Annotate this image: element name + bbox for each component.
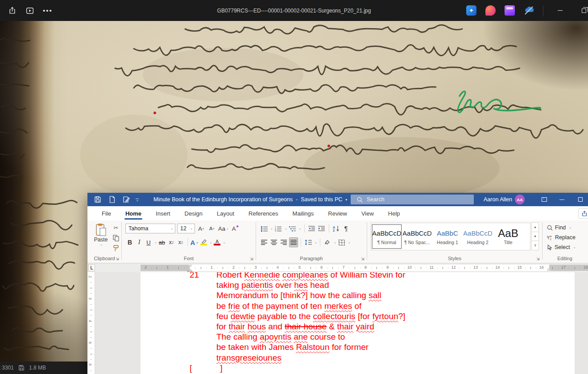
save-as-icon[interactable] bbox=[121, 195, 131, 204]
designer-icon[interactable] bbox=[485, 5, 496, 16]
format-painter-icon[interactable] bbox=[112, 244, 120, 253]
transcription-line[interactable]: The calling apoyntis ane course to bbox=[190, 332, 406, 342]
photos-restore-button[interactable] bbox=[576, 4, 588, 17]
strikethrough-button[interactable]: ab bbox=[157, 237, 166, 247]
clipchamp-icon[interactable] bbox=[505, 5, 515, 16]
document-page[interactable]: 21Robert Kennedie compleanes of William … bbox=[141, 272, 575, 374]
increase-indent-icon[interactable] bbox=[317, 224, 326, 233]
tab-stop-selector[interactable]: L bbox=[88, 264, 95, 271]
slideshow-icon[interactable] bbox=[24, 5, 36, 17]
clipboard-dialog-launcher[interactable]: ⇲ bbox=[115, 256, 120, 262]
search-input[interactable] bbox=[367, 196, 456, 203]
onedrive-paused-icon[interactable] bbox=[524, 5, 534, 16]
tab-home[interactable]: Home bbox=[118, 206, 149, 220]
find-button[interactable]: Find⌄ bbox=[547, 223, 576, 232]
transcription-line[interactable]: be frie of the payment of ten merkes of bbox=[190, 301, 406, 311]
pilcrow-icon[interactable]: ¶ bbox=[342, 224, 351, 233]
paste-icon bbox=[95, 223, 107, 237]
paste-button[interactable]: Paste ⌄ bbox=[91, 223, 111, 253]
word-minimize-button[interactable] bbox=[554, 193, 569, 206]
change-case-button[interactable]: Aa⌄ bbox=[218, 224, 229, 233]
more-options-icon[interactable]: ••• bbox=[42, 5, 54, 17]
replace-button[interactable]: bc Replace bbox=[547, 233, 576, 242]
style-title[interactable]: AaBTitle bbox=[493, 224, 523, 249]
borders-icon[interactable] bbox=[337, 237, 346, 247]
right-indent-marker[interactable] bbox=[547, 268, 551, 271]
bullets-icon[interactable] bbox=[260, 224, 269, 233]
styles-scroll-up-icon[interactable]: ▲ bbox=[531, 222, 539, 232]
tab-view[interactable]: View bbox=[354, 206, 381, 220]
save-icon[interactable] bbox=[93, 195, 103, 204]
tab-help[interactable]: Help bbox=[381, 206, 407, 220]
tab-review[interactable]: Review bbox=[321, 206, 354, 220]
document-text[interactable]: 21Robert Kennedie compleanes of William … bbox=[190, 272, 406, 373]
align-right-icon[interactable] bbox=[279, 237, 288, 247]
style-nospac[interactable]: AaBbCcD¶ No Spac... bbox=[402, 224, 432, 249]
styles-more-icon[interactable]: ⊽ bbox=[531, 241, 539, 250]
select-button[interactable]: Select⌄ bbox=[547, 243, 576, 252]
tab-file[interactable]: File bbox=[95, 206, 118, 220]
font-name-combo[interactable]: Tahoma⌄ bbox=[125, 224, 175, 233]
styles-scroll-down-icon[interactable]: ▼ bbox=[531, 232, 539, 241]
style-normal[interactable]: AaBbCcD¶ Normal bbox=[372, 224, 402, 249]
clear-formatting-button[interactable]: A bbox=[231, 224, 240, 233]
justify-icon[interactable] bbox=[289, 237, 298, 247]
shading-icon[interactable] bbox=[323, 237, 332, 247]
tab-references[interactable]: References bbox=[241, 206, 285, 220]
tab-mailings[interactable]: Mailings bbox=[286, 206, 321, 220]
word-maximize-button[interactable] bbox=[573, 193, 588, 206]
first-line-indent-marker[interactable] bbox=[188, 265, 192, 267]
user-avatar[interactable]: AA bbox=[515, 195, 525, 204]
text-effects-button[interactable]: A⌄ bbox=[190, 237, 199, 247]
horizontal-ruler[interactable]: 21123456789101112131415161718 bbox=[141, 265, 588, 271]
cut-icon[interactable]: ✂ bbox=[112, 223, 120, 232]
photos-minimize-button[interactable] bbox=[552, 4, 567, 17]
font-color-button[interactable]: A bbox=[213, 237, 222, 247]
font-size-combo[interactable]: 12⌄ bbox=[177, 224, 195, 233]
search-box[interactable] bbox=[351, 195, 474, 204]
transcription-line[interactable]: 21Robert Kennedie compleanes of William … bbox=[190, 272, 406, 280]
subscript-button[interactable]: x2 bbox=[167, 237, 176, 247]
ruler-tick bbox=[91, 337, 91, 338]
transcription-line[interactable]: for thair hous and thair house & thair y… bbox=[190, 321, 406, 332]
grow-font-button[interactable]: A˄ bbox=[197, 224, 206, 233]
decrease-indent-icon[interactable] bbox=[307, 224, 316, 233]
copy-icon[interactable] bbox=[112, 233, 120, 242]
bold-button[interactable]: B bbox=[125, 237, 134, 247]
tab-design[interactable]: Design bbox=[178, 206, 210, 220]
tab-insert[interactable]: Insert bbox=[149, 206, 178, 220]
transcription-line[interactable]: be taken with James Ralstoun for former bbox=[190, 342, 406, 352]
numbering-icon[interactable]: 123 bbox=[274, 224, 283, 233]
sort-icon[interactable]: AZ bbox=[332, 224, 341, 233]
style-heading2[interactable]: AaBbCcDHeading 2 bbox=[463, 224, 493, 249]
transcription-line[interactable]: Memorandum to [think?] how the calling s… bbox=[190, 290, 406, 300]
transcription-line[interactable]: transgreseiounes bbox=[190, 353, 406, 363]
italic-button[interactable]: I bbox=[135, 237, 144, 247]
transcription-line[interactable]: [ ] bbox=[190, 363, 406, 373]
styles-dialog-launcher[interactable]: ⇲ bbox=[535, 256, 541, 262]
edit-image-icon[interactable] bbox=[466, 5, 476, 16]
transcription-line[interactable]: taking patientis over hes head bbox=[190, 280, 406, 290]
font-dialog-launcher[interactable]: ⇲ bbox=[249, 256, 254, 262]
customize-qat-icon[interactable]: ⌄ bbox=[136, 199, 139, 201]
line-spacing-icon[interactable] bbox=[304, 237, 313, 247]
tab-layout[interactable]: Layout bbox=[210, 206, 241, 220]
align-left-icon[interactable] bbox=[260, 237, 269, 247]
user-name[interactable]: Aaron Allen bbox=[484, 193, 512, 206]
vertical-ruler[interactable]: 23456 bbox=[87, 272, 95, 374]
style-heading1[interactable]: AaBbCHeading 1 bbox=[433, 224, 462, 249]
ruler-number: 6 bbox=[320, 265, 323, 270]
highlight-color-button[interactable] bbox=[199, 237, 208, 247]
new-document-icon[interactable] bbox=[107, 195, 117, 204]
shrink-font-button[interactable]: A˅ bbox=[207, 224, 216, 233]
align-center-icon[interactable] bbox=[269, 237, 278, 247]
paragraph-dialog-launcher[interactable]: ⇲ bbox=[360, 256, 365, 262]
multilevel-list-icon[interactable] bbox=[288, 224, 297, 233]
share-icon[interactable] bbox=[6, 5, 18, 17]
superscript-button[interactable]: x2 bbox=[176, 237, 185, 247]
transcription-line[interactable]: feu dewtie payable to the collectouris [… bbox=[190, 311, 406, 321]
underline-button[interactable]: U bbox=[144, 237, 153, 247]
ribbon-share-button[interactable] bbox=[578, 208, 588, 219]
save-status[interactable]: Saved to this PC bbox=[301, 196, 342, 203]
ribbon-display-options-icon[interactable] bbox=[539, 195, 550, 204]
